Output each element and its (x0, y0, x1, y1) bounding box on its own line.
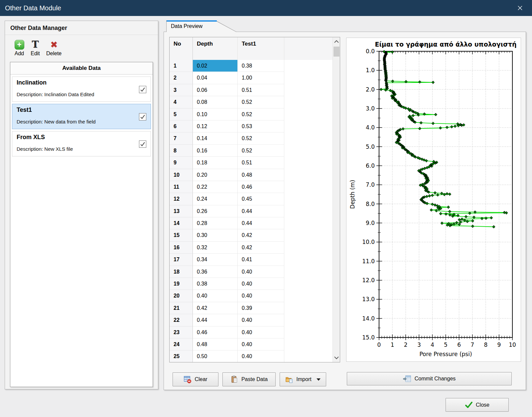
scrollbar-thumb[interactable] (333, 47, 339, 57)
cell-test1[interactable]: 0.40 (238, 266, 284, 278)
cell-no[interactable]: 4 (170, 96, 193, 108)
cell-test1[interactable]: 0.40 (238, 350, 284, 362)
cell-test1[interactable]: 0.52 (238, 96, 284, 108)
import-button[interactable]: Import (280, 372, 326, 386)
cell-depth[interactable]: 0.10 (193, 108, 238, 120)
cell-depth[interactable]: 0.06 (193, 84, 238, 96)
available-data-item-inclination[interactable]: InclinationDescription: Inclination Data… (12, 77, 151, 102)
cell-depth[interactable]: 0.28 (193, 217, 238, 229)
cell-test1[interactable]: 0.41 (238, 254, 284, 266)
cell-no[interactable]: 6 (170, 120, 193, 132)
cell-depth[interactable]: 0.38 (193, 278, 238, 290)
cell-no[interactable]: 19 (170, 278, 193, 290)
cell-test1[interactable]: 0.52 (238, 108, 284, 120)
cell-depth[interactable]: 0.08 (193, 96, 238, 108)
scroll-up-icon[interactable] (334, 40, 339, 44)
import-dropdown-icon[interactable] (317, 378, 321, 381)
cell-depth[interactable]: 0.04 (193, 72, 238, 84)
cell-test1[interactable]: 0.53 (238, 120, 284, 132)
cell-test1[interactable]: 0.38 (238, 60, 284, 72)
cell-no[interactable]: 12 (170, 193, 193, 205)
cell-no[interactable]: 25 (170, 350, 193, 362)
close-button[interactable]: Close (446, 398, 509, 412)
cell-depth[interactable]: 0.24 (193, 193, 238, 205)
cell-test1[interactable]: 0.42 (238, 229, 284, 241)
cell-no[interactable]: 22 (170, 314, 193, 326)
cell-depth[interactable]: 0.26 (193, 205, 238, 217)
cell-no[interactable]: 14 (170, 217, 193, 229)
cell-depth[interactable]: 0.44 (193, 314, 238, 326)
cell-no[interactable]: 8 (170, 145, 193, 157)
cell-depth[interactable]: 0.30 (193, 229, 238, 241)
cell-no[interactable]: 18 (170, 266, 193, 278)
cell-test1[interactable]: 0.44 (238, 205, 284, 217)
cell-no[interactable]: 20 (170, 290, 193, 302)
cell-no[interactable]: 9 (170, 157, 193, 169)
available-data-item-from-xls[interactable]: From XLSDescription: New XLS file (12, 131, 151, 156)
cell-no[interactable]: 24 (170, 338, 193, 350)
column-header-no[interactable]: No (170, 37, 193, 60)
cell-depth[interactable]: 0.34 (193, 254, 238, 266)
cell-depth[interactable]: 0.12 (193, 120, 238, 132)
cell-depth[interactable]: 0.02 (193, 60, 238, 72)
cell-no[interactable]: 11 (170, 181, 193, 193)
cell-test1[interactable]: 0.52 (238, 145, 284, 157)
tab-data-preview[interactable]: Data Preview (166, 20, 237, 32)
cell-test1[interactable]: 0.40 (238, 326, 284, 338)
cell-test1[interactable]: 0.40 (238, 278, 284, 290)
table-scrollbar[interactable] (332, 37, 340, 362)
available-data-item-test1[interactable]: Test1Description: New data from the fiel… (12, 104, 151, 129)
cell-test1[interactable]: 0.45 (238, 193, 284, 205)
item-checkbox[interactable] (139, 86, 146, 93)
cell-test1[interactable]: 0.39 (238, 302, 284, 314)
paste-data-button[interactable]: Paste Data (222, 372, 276, 386)
cell-depth[interactable]: 0.36 (193, 266, 238, 278)
cell-test1[interactable]: 0.40 (238, 290, 284, 302)
cell-no[interactable]: 2 (170, 72, 193, 84)
cell-test1[interactable]: 0.52 (238, 132, 284, 144)
cell-no[interactable]: 21 (170, 302, 193, 314)
cell-no[interactable]: 17 (170, 254, 193, 266)
cell-no[interactable]: 7 (170, 132, 193, 144)
scroll-down-icon[interactable] (334, 356, 339, 360)
commit-changes-button[interactable]: Commit Changes (347, 372, 512, 385)
cell-test1[interactable]: 0.40 (238, 338, 284, 350)
cell-no[interactable]: 5 (170, 108, 193, 120)
cell-test1[interactable]: 0.48 (238, 169, 284, 181)
cell-depth[interactable]: 0.20 (193, 169, 238, 181)
cell-depth[interactable]: 0.42 (193, 302, 238, 314)
cell-no[interactable]: 13 (170, 205, 193, 217)
svg-text:5: 5 (444, 341, 448, 348)
cell-no[interactable]: 23 (170, 326, 193, 338)
cell-depth[interactable]: 0.48 (193, 338, 238, 350)
cell-no[interactable]: 15 (170, 229, 193, 241)
cell-depth[interactable]: 0.40 (193, 290, 238, 302)
cell-test1[interactable]: 0.51 (238, 157, 284, 169)
cell-depth[interactable]: 0.22 (193, 181, 238, 193)
cell-depth[interactable]: 0.46 (193, 326, 238, 338)
column-header-depth[interactable]: Depth (193, 37, 238, 60)
cell-depth[interactable]: 0.16 (193, 145, 238, 157)
delete-button[interactable]: ✖ Delete (45, 38, 63, 58)
cell-depth[interactable]: 0.32 (193, 242, 238, 254)
clear-button[interactable]: Clear (173, 372, 218, 386)
cell-test1[interactable]: 0.42 (238, 242, 284, 254)
cell-no[interactable]: 10 (170, 169, 193, 181)
cell-depth[interactable]: 0.18 (193, 157, 238, 169)
cell-test1[interactable]: 0.44 (238, 217, 284, 229)
cell-test1[interactable]: 0.46 (238, 181, 284, 193)
cell-depth[interactable]: 0.14 (193, 132, 238, 144)
edit-button[interactable]: T Edit (29, 38, 42, 58)
add-button[interactable]: + Add (13, 38, 26, 58)
cell-no[interactable]: 3 (170, 84, 193, 96)
cell-no[interactable]: 1 (170, 60, 193, 72)
item-checkbox[interactable] (139, 140, 146, 148)
cell-no[interactable]: 16 (170, 242, 193, 254)
item-checkbox[interactable] (139, 113, 146, 120)
cell-depth[interactable]: 0.50 (193, 350, 238, 362)
cell-test1[interactable]: 0.51 (238, 84, 284, 96)
cell-test1[interactable]: 0.40 (238, 314, 284, 326)
column-header-test1[interactable]: Test1 (238, 37, 284, 60)
window-close-button[interactable] (516, 4, 524, 12)
cell-test1[interactable]: 1.00 (238, 72, 284, 84)
